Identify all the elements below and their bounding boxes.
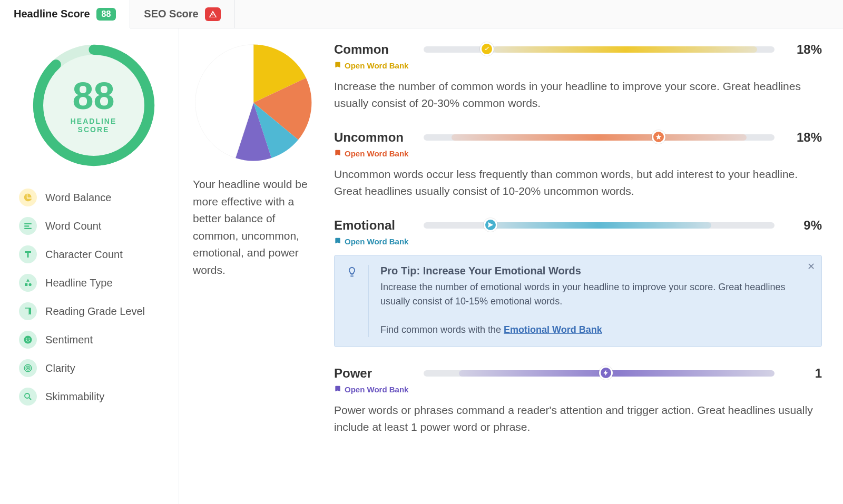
wordbank-label: Open Word Bank — [345, 149, 408, 158]
sidebar-item-label: Skimmability — [45, 391, 104, 403]
metric-title: Power — [334, 366, 413, 381]
tabs: Headline Score 88 SEO Score — [0, 0, 843, 28]
svg-point-5 — [28, 339, 30, 340]
metric-common: Common18%Open Word BankIncrease the numb… — [334, 42, 822, 111]
headline-score-gauge: 88 HEADLINESCORE — [31, 42, 157, 169]
pro-tip-box: ✕Pro Tip: Increase Your Emotional WordsI… — [334, 255, 822, 347]
metric-bar — [424, 370, 775, 377]
pro-tip-body: Increase the number of emotional words i… — [380, 280, 795, 337]
smile-icon — [19, 331, 37, 349]
metric-title: Uncommon — [334, 130, 413, 145]
metric-title: Emotional — [334, 218, 413, 233]
alert-icon — [205, 7, 221, 21]
metric-marker — [652, 130, 665, 144]
score-badge: 88 — [96, 8, 116, 21]
pie-chart-icon — [19, 189, 37, 206]
book-icon — [334, 149, 341, 158]
tab-seo-score[interactable]: SEO Score — [130, 0, 234, 28]
open-word-bank-link[interactable]: Open Word Bank — [334, 237, 408, 246]
open-word-bank-link[interactable]: Open Word Bank — [334, 385, 408, 394]
wordbank-label: Open Word Bank — [345, 61, 408, 70]
close-icon[interactable]: ✕ — [807, 261, 815, 272]
sidebar-item-skimmability[interactable]: Skimmability — [18, 382, 169, 411]
word-balance-pie — [193, 42, 314, 163]
metric-description: Uncommon words occur less frequently tha… — [334, 166, 822, 199]
sidebar-item-reading-grade-level[interactable]: Reading Grade Level — [18, 297, 169, 325]
metrics-column: Common18%Open Word BankIncrease the numb… — [334, 42, 822, 490]
lightbulb-icon — [346, 265, 369, 337]
score-value: 88 — [72, 77, 114, 115]
svg-point-3 — [24, 336, 32, 344]
main-panel: Your headline would be more effective wi… — [179, 28, 843, 504]
metric-emotional: Emotional9%Open Word Bank✕Pro Tip: Incre… — [334, 218, 822, 347]
sidebar-item-character-count[interactable]: Character Count — [18, 240, 169, 269]
sidebar: 88 HEADLINESCORE Word BalanceWord CountC… — [0, 28, 179, 504]
metric-bar — [424, 222, 775, 229]
open-word-bank-link[interactable]: Open Word Bank — [334, 61, 408, 70]
metric-bar — [424, 46, 775, 53]
metric-marker — [599, 366, 613, 380]
book-icon — [334, 385, 341, 394]
metric-title: Common — [334, 42, 413, 57]
svg-point-8 — [27, 368, 28, 369]
open-word-bank-link[interactable]: Open Word Bank — [334, 149, 408, 158]
book-icon — [19, 302, 37, 320]
svg-point-9 — [25, 393, 30, 398]
sidebar-item-label: Word Balance — [45, 192, 111, 204]
sidebar-item-headline-type[interactable]: Headline Type — [18, 269, 169, 297]
wordbank-label: Open Word Bank — [345, 385, 408, 394]
facet-list: Word BalanceWord CountCharacter CountHea… — [18, 183, 169, 411]
wordbank-label: Open Word Bank — [345, 237, 408, 246]
metric-marker — [480, 42, 494, 56]
sidebar-item-label: Headline Type — [45, 277, 113, 289]
metric-value: 1 — [785, 366, 822, 381]
metric-marker — [484, 218, 497, 232]
tab-label: Headline Score — [14, 8, 90, 20]
sidebar-item-label: Sentiment — [45, 334, 93, 346]
sidebar-item-word-count[interactable]: Word Count — [18, 212, 169, 240]
metric-bar — [424, 134, 775, 141]
sidebar-item-sentiment[interactable]: Sentiment — [18, 325, 169, 354]
emotional-word-bank-link[interactable]: Emotional Word Bank — [504, 324, 602, 335]
sidebar-item-label: Character Count — [45, 249, 123, 261]
letter-t-icon — [19, 245, 37, 263]
sidebar-item-label: Clarity — [45, 362, 75, 374]
metric-value: 18% — [785, 42, 822, 57]
metric-power: Power1Open Word BankPower words or phras… — [334, 366, 822, 435]
pro-tip-title: Pro Tip: Increase Your Emotional Words — [380, 265, 795, 277]
shapes-icon — [19, 274, 37, 292]
pie-caption: Your headline would be more effective wi… — [193, 176, 319, 279]
tab-headline-score[interactable]: Headline Score 88 — [0, 0, 130, 28]
sidebar-item-word-balance[interactable]: Word Balance — [18, 183, 169, 212]
metric-description: Increase the number of common words in y… — [334, 78, 822, 111]
sidebar-item-label: Reading Grade Level — [45, 305, 145, 318]
target-icon — [19, 359, 37, 377]
metric-value: 9% — [785, 218, 822, 233]
book-icon — [334, 237, 341, 246]
sidebar-item-label: Word Count — [45, 220, 101, 232]
sidebar-item-clarity[interactable]: Clarity — [18, 354, 169, 382]
metric-description: Power words or phrases command a reader'… — [334, 402, 822, 435]
metric-uncommon: Uncommon18%Open Word BankUncommon words … — [334, 130, 822, 199]
book-icon — [334, 61, 341, 70]
lines-icon — [19, 217, 37, 235]
metric-value: 18% — [785, 130, 822, 145]
score-label: HEADLINESCORE — [71, 117, 117, 134]
search-icon — [19, 388, 37, 406]
svg-point-4 — [26, 339, 27, 340]
tab-label: SEO Score — [144, 8, 198, 20]
